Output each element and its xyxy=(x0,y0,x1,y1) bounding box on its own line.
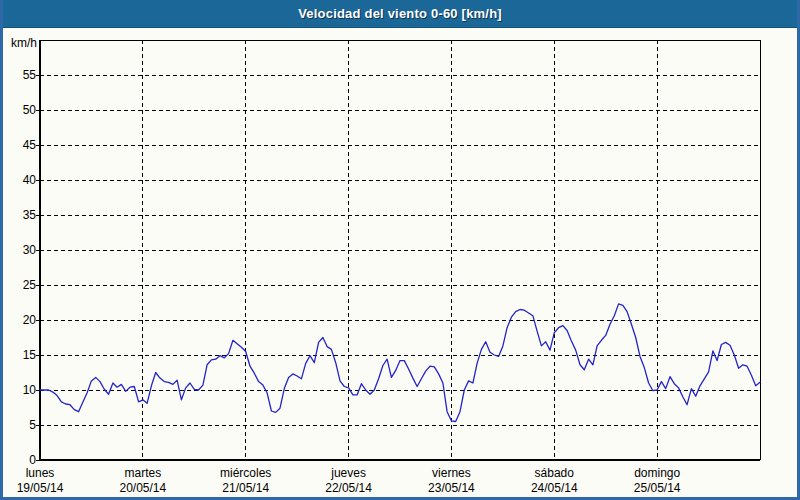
day-date-label: 19/05/14 xyxy=(0,481,95,496)
x-day-label: sábado24/05/14 xyxy=(499,466,609,496)
chart-area: km/h 0510152025303540455055lunes19/05/14… xyxy=(3,0,797,497)
day-name-label: domingo xyxy=(602,466,712,481)
day-name-label: sábado xyxy=(499,466,609,481)
day-date-label: 23/05/14 xyxy=(396,481,506,496)
y-tick-label: 0 xyxy=(3,453,36,467)
y-tick-label: 15 xyxy=(3,348,36,362)
y-tick-label: 40 xyxy=(3,173,36,187)
x-day-label: viernes23/05/14 xyxy=(396,466,506,496)
wind-chart-window: km/h 0510152025303540455055lunes19/05/14… xyxy=(0,0,800,500)
day-date-label: 25/05/14 xyxy=(602,481,712,496)
day-name-label: jueves xyxy=(294,466,404,481)
day-date-label: 22/05/14 xyxy=(294,481,404,496)
y-tick-label: 5 xyxy=(3,418,36,432)
y-tick-label: 35 xyxy=(3,208,36,222)
y-tick-label: 50 xyxy=(3,103,36,117)
x-day-label: domingo25/05/14 xyxy=(602,466,712,496)
y-tick-label: 30 xyxy=(3,243,36,257)
y-tick-label: 55 xyxy=(3,68,36,82)
x-day-label: jueves22/05/14 xyxy=(294,466,404,496)
x-day-label: martes20/05/14 xyxy=(88,466,198,496)
y-tick-label: 45 xyxy=(3,138,36,152)
y-axis-unit-label: km/h xyxy=(3,36,37,50)
x-day-label: miércoles21/05/14 xyxy=(191,466,301,496)
chart-title: Velocidad del viento 0-60 [km/h] xyxy=(298,6,502,21)
y-tick-label: 10 xyxy=(3,383,36,397)
x-day-label: lunes19/05/14 xyxy=(0,466,95,496)
day-name-label: miércoles xyxy=(191,466,301,481)
day-date-label: 24/05/14 xyxy=(499,481,609,496)
day-date-label: 20/05/14 xyxy=(88,481,198,496)
day-name-label: martes xyxy=(88,466,198,481)
day-date-label: 21/05/14 xyxy=(191,481,301,496)
chart-title-bar: Velocidad del viento 0-60 [km/h] xyxy=(3,0,797,28)
day-name-label: viernes xyxy=(396,466,506,481)
y-tick-label: 20 xyxy=(3,313,36,327)
day-name-label: lunes xyxy=(0,466,95,481)
wind-speed-line xyxy=(40,304,760,422)
wind-speed-chart xyxy=(3,0,797,497)
y-tick-label: 25 xyxy=(3,278,36,292)
